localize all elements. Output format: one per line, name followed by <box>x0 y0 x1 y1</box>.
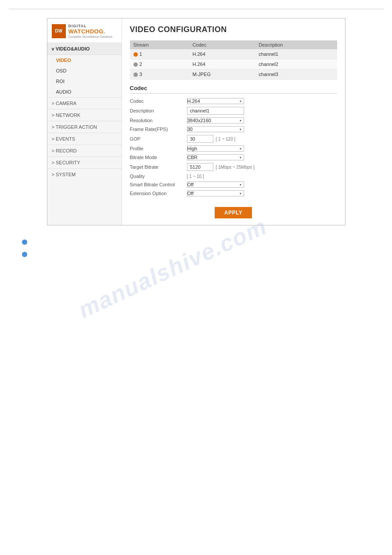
gop-input[interactable] <box>187 135 213 143</box>
stream-desc-1: channel1 <box>255 49 337 59</box>
resolution-select[interactable]: 3840x2160 1920x1080 1280x720 <box>187 117 244 123</box>
sidebar-item-roi[interactable]: ROI <box>47 76 122 87</box>
stream-codec-2: H.264 <box>189 59 255 69</box>
extension-option-field-row: Extension Option Off On <box>130 190 337 196</box>
table-row[interactable]: 2 H.264 channel2 <box>130 59 337 69</box>
apply-row: APPLY <box>130 201 337 218</box>
description-input[interactable] <box>187 107 244 115</box>
framerate-select[interactable]: 30 25 15 <box>187 126 244 132</box>
codec-col-header: Codec <box>189 40 255 49</box>
sidebar-item-osd[interactable]: OSD <box>47 65 122 76</box>
content-area: VIDEO CONFIGURATION Stream Codec Descrip… <box>122 18 345 225</box>
bitrate-mode-field-row: Bitrate Mode CBR VBR <box>130 154 337 160</box>
codec-select-wrapper[interactable]: H.264 H.265 M-JPEG <box>187 98 244 104</box>
bullet-item-1 <box>22 239 383 245</box>
stream-col-header: Stream <box>130 40 189 49</box>
description-label: Description <box>130 108 187 113</box>
bullet-dot-1 <box>22 239 27 245</box>
profile-field-row: Profile High Main Baseline <box>130 145 337 152</box>
page-title: VIDEO CONFIGURATION <box>130 25 337 34</box>
target-bitrate-field-row: Target Bitrate [ 1Mbps ~ 25Mbps ] <box>130 163 337 171</box>
sidebar-item-trigger-action[interactable]: > TRIGGER ACTION <box>47 121 122 133</box>
smart-bitrate-label: Smart Bitrate Control <box>130 182 187 187</box>
profile-select-wrapper[interactable]: High Main Baseline <box>187 145 244 152</box>
sidebar-item-camera[interactable]: > CAMERA <box>47 97 122 109</box>
codec-section-title: Codec <box>130 85 337 94</box>
stream-desc-3: channel3 <box>255 69 337 80</box>
stream-dot-1 <box>133 52 138 57</box>
profile-control: High Main Baseline <box>187 145 337 152</box>
resolution-label: Resolution <box>130 118 187 123</box>
bitrate-mode-select-wrapper[interactable]: CBR VBR <box>187 154 244 160</box>
gop-control: [ 1 ~ 120 ] <box>187 135 337 143</box>
smart-bitrate-select[interactable]: Off On <box>187 181 244 188</box>
target-bitrate-input[interactable] <box>187 163 213 171</box>
stream-dot-2 <box>133 62 138 67</box>
smart-bitrate-field-row: Smart Bitrate Control Off On <box>130 181 337 188</box>
target-bitrate-control: [ 1Mbps ~ 25Mbps ] <box>187 163 337 171</box>
main-container: DW DIGITAL WATCHDOG. Complete Surveillan… <box>47 18 345 225</box>
extension-option-label: Extension Option <box>130 191 187 196</box>
stream-num-2: 2 <box>130 59 189 69</box>
stream-num-1: 1 <box>130 49 189 59</box>
smart-bitrate-select-wrapper[interactable]: Off On <box>187 181 244 188</box>
bullets-section <box>9 239 383 257</box>
quality-hint: [ 1 ~ 10 ] <box>187 174 204 179</box>
sidebar-item-video[interactable]: VIDEO <box>47 55 122 65</box>
extension-option-control: Off On <box>187 190 337 196</box>
resolution-field-row: Resolution 3840x2160 1920x1080 1280x720 <box>130 117 337 123</box>
stream-codec-3: M-JPEG <box>189 69 255 80</box>
gop-hint: [ 1 ~ 120 ] <box>216 137 236 141</box>
sidebar-item-network[interactable]: > NETWORK <box>47 109 122 121</box>
logo-area: DW DIGITAL WATCHDOG. Complete Surveillan… <box>47 18 122 43</box>
description-field-row: Description <box>130 107 337 115</box>
logo-tagline: Complete Surveillance Solutions <box>68 35 113 38</box>
codec-label: Codec <box>130 98 187 104</box>
quality-field-row: Quality [ 1 ~ 10 ] <box>130 174 337 179</box>
logo-digital: DIGITAL <box>68 24 113 28</box>
resolution-control: 3840x2160 1920x1080 1280x720 <box>187 117 337 123</box>
logo-box: DW <box>52 24 66 38</box>
profile-label: Profile <box>130 146 187 151</box>
stream-num-3: 3 <box>130 69 189 80</box>
bitrate-mode-control: CBR VBR <box>187 154 337 160</box>
smart-bitrate-control: Off On <box>187 181 337 188</box>
bullet-dot-2 <box>22 252 27 257</box>
codec-select[interactable]: H.264 H.265 M-JPEG <box>187 98 244 104</box>
sidebar-item-events[interactable]: > EVENTS <box>47 133 122 145</box>
sidebar-item-record[interactable]: > RECORD <box>47 145 122 156</box>
stream-table: Stream Codec Description 1 H.264 channel… <box>130 40 337 80</box>
table-row[interactable]: 3 M-JPEG channel3 <box>130 69 337 80</box>
framerate-field-row: Frame Rate(FPS) 30 25 15 <box>130 126 337 132</box>
stream-desc-2: channel2 <box>255 59 337 69</box>
sidebar-item-security[interactable]: > SECURITY <box>47 156 122 168</box>
quality-control: [ 1 ~ 10 ] <box>187 174 337 179</box>
framerate-select-wrapper[interactable]: 30 25 15 <box>187 126 244 132</box>
codec-field-row: Codec H.264 H.265 M-JPEG <box>130 98 337 104</box>
table-row[interactable]: 1 H.264 channel1 <box>130 49 337 59</box>
target-bitrate-hint: [ 1Mbps ~ 25Mbps ] <box>216 165 255 170</box>
profile-select[interactable]: High Main Baseline <box>187 145 244 152</box>
target-bitrate-label: Target Bitrate <box>130 164 187 170</box>
bitrate-mode-select[interactable]: CBR VBR <box>187 154 244 160</box>
quality-label: Quality <box>130 174 187 179</box>
logo-watchdog: WATCHDOG. <box>68 28 113 35</box>
extension-option-select[interactable]: Off On <box>187 190 244 196</box>
sidebar-item-system[interactable]: > SYSTEM <box>47 168 122 180</box>
extension-option-select-wrapper[interactable]: Off On <box>187 190 244 196</box>
resolution-select-wrapper[interactable]: 3840x2160 1920x1080 1280x720 <box>187 117 244 123</box>
bullet-item-2 <box>22 251 383 257</box>
logo-box-text: DW <box>55 29 62 33</box>
codec-control: H.264 H.265 M-JPEG <box>187 98 337 104</box>
description-control <box>187 107 337 115</box>
apply-button[interactable]: APPLY <box>215 207 252 218</box>
nav-section-video-audio[interactable]: v VIDEO&AUDIO <box>47 43 122 55</box>
logo-right: DIGITAL WATCHDOG. Complete Surveillance … <box>68 24 113 38</box>
framerate-control: 30 25 15 <box>187 126 337 132</box>
watermark: manualshive.com <box>74 213 271 323</box>
desc-col-header: Description <box>255 40 337 49</box>
bitrate-mode-label: Bitrate Mode <box>130 155 187 160</box>
stream-dot-3 <box>133 73 138 77</box>
sidebar-item-audio[interactable]: AUDIO <box>47 87 122 97</box>
sidebar: DW DIGITAL WATCHDOG. Complete Surveillan… <box>47 18 122 225</box>
